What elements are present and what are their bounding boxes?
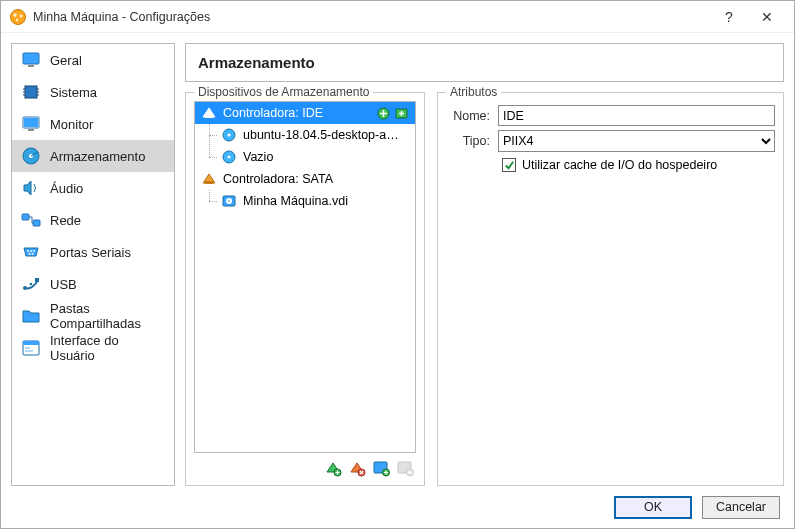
svg-point-42 [228,200,230,202]
sidebar-item-label: Monitor [50,117,93,132]
svg-rect-18 [22,214,29,220]
storage-icon [21,146,41,166]
monitor-general-icon [21,50,41,70]
svg-point-23 [29,253,31,255]
svg-rect-14 [24,118,38,127]
sidebar-item-monitor[interactable]: Monitor [12,108,174,140]
page-title: Armazenamento [198,54,771,71]
name-row: Nome: [446,105,775,126]
remove-controller-button[interactable] [348,459,366,477]
type-label: Tipo: [446,134,490,148]
svg-rect-26 [35,278,39,282]
tree-label: ubuntu-18.04.5-desktop-amd64.iso [243,128,409,142]
type-row: Tipo: PIIX4 [446,130,775,152]
device-empty[interactable]: Vazio [195,146,415,168]
sidebar-item-usb[interactable]: USB [12,268,174,300]
dialog-footer: OK Cancelar [1,486,794,528]
usb-icon [21,274,41,294]
add-controller-button[interactable] [324,459,342,477]
sidebar-item-label: Interface do Usuário [50,333,165,363]
close-button[interactable]: ✕ [748,1,786,33]
storage-toolbar [194,453,416,479]
svg-point-38 [228,156,231,159]
network-icon [21,210,41,230]
ide-controller-icon [201,105,217,121]
device-ubuntu-iso[interactable]: ubuntu-18.04.5-desktop-amd64.iso [195,124,415,146]
help-button[interactable]: ? [710,1,748,33]
add-optical-icon[interactable] [376,106,391,121]
tree-label: Controladora: SATA [223,172,409,186]
page-header: Armazenamento [185,43,784,82]
app-icon [9,8,27,26]
sidebar-item-interface[interactable]: Interface do Usuário [12,332,174,364]
hdd-icon [221,193,237,209]
storage-legend: Dispositivos de Armazenamento [194,85,373,99]
storage-tree[interactable]: Controladora: IDE [194,101,416,453]
speaker-icon [21,178,41,198]
sata-controller-icon [201,171,217,187]
folder-icon [21,306,41,326]
name-input[interactable] [498,105,775,126]
add-harddisk-icon[interactable] [394,106,409,121]
settings-window: Minha Máquina - Configurações ? ✕ Geral … [0,0,795,529]
svg-point-1 [13,13,17,17]
svg-rect-15 [28,129,34,131]
svg-rect-4 [23,53,39,64]
storage-fieldset: Dispositivos de Armazenamento Controlado… [185,92,425,486]
svg-point-3 [16,18,18,20]
svg-rect-29 [23,341,39,345]
sidebar-item-sistema[interactable]: Sistema [12,76,174,108]
sidebar-item-audio[interactable]: Áudio [12,172,174,204]
sidebar-item-label: Rede [50,213,81,228]
host-cache-label: Utilizar cache de I/O do hospedeiro [522,158,717,172]
sidebar-item-rede[interactable]: Rede [12,204,174,236]
ui-icon [21,338,41,358]
svg-point-21 [30,250,32,252]
remove-attachment-button[interactable] [396,459,414,477]
attributes-column: Atributos Nome: Tipo: PIIX4 [437,92,784,486]
host-cache-row[interactable]: Utilizar cache de I/O do hospedeiro [446,158,775,172]
storage-column: Dispositivos de Armazenamento Controlado… [185,92,425,486]
sidebar-item-label: Pastas Compartilhadas [50,301,165,331]
svg-rect-31 [25,350,33,352]
attributes-legend: Atributos [446,85,501,99]
controller-sata[interactable]: Controladora: SATA [195,168,415,190]
dialog-body: Geral Sistema Monitor Armazenamento [1,33,794,486]
sidebar-item-label: Portas Seriais [50,245,131,260]
cancel-button[interactable]: Cancelar [702,496,780,519]
svg-rect-32 [205,115,213,118]
svg-point-20 [27,250,29,252]
svg-point-27 [30,283,33,286]
add-attachment-button[interactable] [372,459,390,477]
name-label: Nome: [446,109,490,123]
sidebar-item-label: Geral [50,53,82,68]
sidebar-item-armazenamento[interactable]: Armazenamento [12,140,174,172]
content-row: Dispositivos de Armazenamento Controlado… [185,92,784,486]
svg-point-24 [32,253,34,255]
tree-label: Vazio [243,150,409,164]
svg-point-2 [20,14,23,17]
svg-rect-19 [33,220,40,226]
svg-rect-30 [25,347,30,349]
attributes-fieldset: Atributos Nome: Tipo: PIIX4 [437,92,784,486]
controller-ide[interactable]: Controladora: IDE [195,102,415,124]
device-vdi[interactable]: Minha Máquina.vdi [195,190,415,212]
type-select[interactable]: PIIX4 [498,130,775,152]
checkbox-checked-icon[interactable] [502,158,516,172]
svg-point-36 [228,134,231,137]
sidebar-item-portas[interactable]: Portas Seriais [12,236,174,268]
disc-icon [221,127,237,143]
sidebar-item-label: Sistema [50,85,97,100]
sidebar-item-label: USB [50,277,77,292]
disc-icon [221,149,237,165]
sidebar-item-geral[interactable]: Geral [12,44,174,76]
ok-button[interactable]: OK [614,496,692,519]
svg-rect-5 [28,65,34,67]
sidebar: Geral Sistema Monitor Armazenamento [11,43,175,486]
svg-point-0 [11,9,26,24]
controller-actions [376,106,409,121]
sidebar-item-label: Áudio [50,181,83,196]
tree-label: Minha Máquina.vdi [243,194,409,208]
svg-rect-39 [205,181,213,184]
sidebar-item-pastas[interactable]: Pastas Compartilhadas [12,300,174,332]
